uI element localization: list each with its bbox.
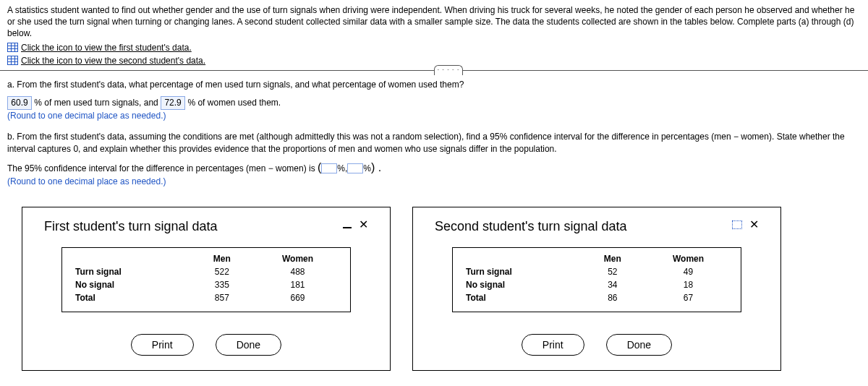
problem-intro: A statistics student wanted to find out … xyxy=(0,0,868,41)
cell: 67 xyxy=(643,291,733,304)
done-button[interactable]: Done xyxy=(606,334,672,356)
minimize-icon[interactable] xyxy=(732,220,742,229)
done-button[interactable]: Done xyxy=(216,334,281,356)
text: %, xyxy=(337,163,347,173)
cell: 669 xyxy=(252,291,343,304)
cell: 52 xyxy=(582,265,644,278)
rounding-note: (Round to one decimal place as needed.) xyxy=(7,110,861,122)
cell: 49 xyxy=(643,265,733,278)
table-row: Turn signal 522 488 xyxy=(69,265,343,278)
collapse-notch[interactable]: - - - - - xyxy=(434,65,463,75)
table-row: No signal 335 181 xyxy=(69,278,343,291)
part-a-prompt: a. From the first student's data, what p… xyxy=(7,79,861,91)
col-header-men: Men xyxy=(582,252,644,265)
first-student-dialog: First student's turn signal data ✕ Men W… xyxy=(22,207,391,371)
text: % of women used them. xyxy=(185,98,281,108)
cell: 857 xyxy=(192,291,253,304)
col-header xyxy=(69,252,192,265)
text: % xyxy=(363,163,371,173)
cell: 18 xyxy=(643,278,733,291)
table-icon[interactable] xyxy=(7,56,18,65)
cell: 488 xyxy=(252,265,343,278)
print-button[interactable]: Print xyxy=(522,334,584,356)
cell: 335 xyxy=(192,278,253,291)
text: The 95% confidence interval for the diff… xyxy=(7,163,318,173)
first-data-table: Men Women Turn signal 522 488 No signal … xyxy=(61,247,351,312)
table-row: Total 86 67 xyxy=(460,291,733,304)
row-label: Turn signal xyxy=(466,267,512,277)
cell: 86 xyxy=(582,291,644,304)
part-b-prompt: b. From the first student's data, assumi… xyxy=(7,131,861,155)
table-row: Total 857 669 xyxy=(69,291,343,304)
rounding-note: (Round to one decimal place as needed.) xyxy=(7,176,861,188)
dialog-title: Second student's turn signal data xyxy=(435,219,627,234)
row-label: No signal xyxy=(466,280,505,290)
view-first-data-link[interactable]: Click the icon to view the first student… xyxy=(21,43,192,53)
cell: 34 xyxy=(582,278,644,291)
row-label: Total xyxy=(466,293,486,303)
table-icon[interactable] xyxy=(7,43,18,52)
col-header xyxy=(460,252,582,265)
close-icon[interactable]: ✕ xyxy=(749,219,759,231)
row-label: No signal xyxy=(75,280,114,290)
ci-lower-input[interactable] xyxy=(321,163,337,173)
answer-women-percent[interactable]: 72.9 xyxy=(161,96,185,110)
table-row: No signal 34 18 xyxy=(460,278,733,291)
col-header-men: Men xyxy=(192,252,253,265)
paren-close: ) . xyxy=(371,161,381,173)
second-data-table: Men Women Turn signal 52 49 No signal 34… xyxy=(452,247,741,312)
col-header-women: Women xyxy=(252,252,343,265)
col-header-women: Women xyxy=(643,252,733,265)
table-row: Turn signal 52 49 xyxy=(460,265,733,278)
print-button[interactable]: Print xyxy=(131,334,194,356)
row-label: Total xyxy=(75,293,95,303)
second-student-dialog: Second student's turn signal data ✕ Men … xyxy=(412,207,781,371)
close-icon[interactable]: ✕ xyxy=(359,219,368,231)
minimize-icon[interactable] xyxy=(343,227,352,228)
cell: 181 xyxy=(252,278,343,291)
row-label: Turn signal xyxy=(75,267,122,277)
cell: 522 xyxy=(192,265,253,278)
dialog-title: First student's turn signal data xyxy=(44,219,218,234)
text: % of men used turn signals, and xyxy=(32,98,161,108)
ci-upper-input[interactable] xyxy=(347,163,363,173)
view-second-data-link[interactable]: Click the icon to view the second studen… xyxy=(21,56,205,66)
answer-men-percent[interactable]: 60.9 xyxy=(7,96,32,110)
